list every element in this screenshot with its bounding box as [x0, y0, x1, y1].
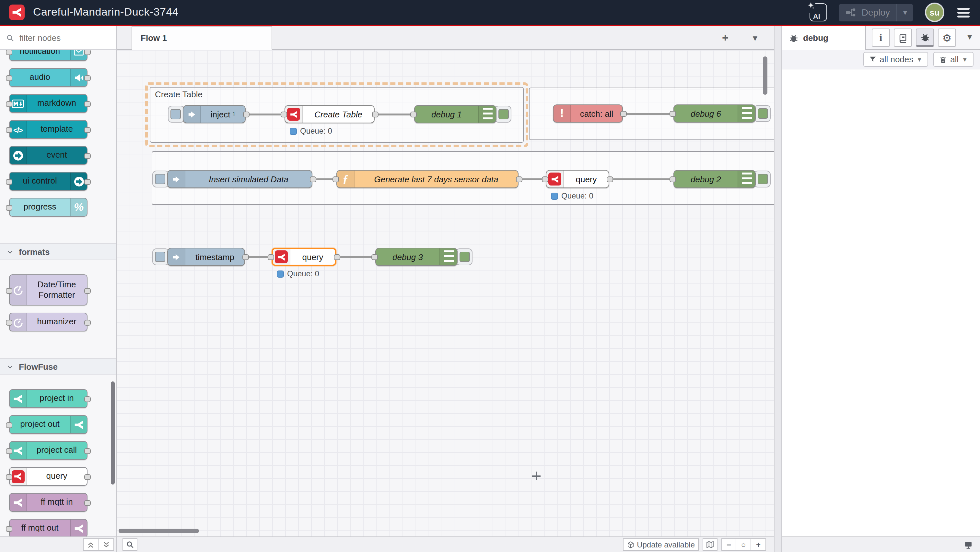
deploy-options-caret[interactable]: ▼	[896, 3, 913, 21]
debug-clear-button[interactable]: all ▼	[933, 52, 974, 67]
debug-filter-button[interactable]: all nodes ▼	[863, 52, 928, 67]
node-debug-2[interactable]: debug 2	[673, 170, 756, 188]
wire[interactable]	[248, 256, 268, 258]
user-avatar[interactable]: su	[925, 3, 944, 22]
palette-category-flowfuse[interactable]: FlowFuse	[0, 358, 116, 375]
port-input[interactable]	[6, 320, 12, 325]
node-inject-1[interactable]: inject ¹	[183, 105, 246, 123]
port-input[interactable]	[6, 448, 12, 454]
debug-toggle-button[interactable]	[758, 174, 768, 184]
palette-node-project-call[interactable]: project call	[9, 441, 88, 460]
sidebar-tab-debug-button[interactable]	[916, 29, 934, 47]
port-input[interactable]	[670, 111, 676, 116]
port-input[interactable]	[268, 254, 274, 260]
port-input[interactable]	[6, 50, 12, 55]
palette-node-markdown[interactable]: markdown	[9, 94, 88, 113]
palette-node-progress[interactable]: progress%	[9, 198, 88, 217]
port-input[interactable]	[6, 288, 12, 294]
palette-node-audio[interactable]: audio	[9, 68, 88, 87]
palette-filter-input[interactable]	[18, 32, 101, 43]
palette-node-list[interactable]: notificationaudiomarkdown</>templateeven…	[0, 50, 116, 536]
toggle-navigator-button[interactable]	[703, 538, 718, 551]
port-output[interactable]	[243, 111, 250, 117]
port-output[interactable]	[84, 448, 91, 454]
debug-toggle-button[interactable]	[758, 108, 768, 119]
flow-list-caret[interactable]: ▼	[747, 30, 764, 46]
port-input[interactable]	[670, 176, 676, 182]
port-output[interactable]	[310, 176, 316, 182]
inject-button[interactable]	[170, 109, 181, 120]
deploy-button[interactable]: Deploy ▼	[839, 3, 913, 21]
sidebar-tab-info[interactable]: i	[872, 29, 890, 47]
port-input[interactable]	[6, 422, 12, 428]
node-insert-simulated-data[interactable]: Insert simulated Data	[167, 170, 312, 188]
ai-assistant-button[interactable]: AI	[810, 3, 827, 21]
wire[interactable]	[626, 113, 670, 115]
sidebar-tab-config[interactable]: ⚙	[938, 29, 956, 47]
palette-node-event[interactable]: event	[9, 146, 88, 165]
port-input[interactable]	[6, 179, 12, 185]
port-input[interactable]	[6, 101, 12, 107]
port-input[interactable]	[6, 75, 12, 81]
port-output[interactable]	[84, 153, 91, 159]
port-output[interactable]	[84, 75, 91, 81]
palette-node-template[interactable]: </>template	[9, 120, 88, 139]
flowfuse-logo-icon[interactable]	[9, 5, 25, 20]
port-output[interactable]	[84, 320, 91, 325]
port-output[interactable]	[84, 127, 91, 133]
flow-canvas[interactable]: Create Table inject ¹ Create TableQueue:…	[117, 50, 774, 536]
update-available-button[interactable]: Update available	[622, 538, 699, 551]
port-output[interactable]	[84, 50, 91, 55]
tab-flow-1[interactable]: Flow 1	[132, 26, 272, 50]
canvas-vertical-scrollbar[interactable]	[763, 56, 767, 95]
port-output[interactable]	[620, 111, 627, 116]
port-output[interactable]	[84, 288, 91, 294]
port-output[interactable]	[334, 254, 340, 260]
port-output[interactable]	[607, 176, 613, 182]
palette-node-ui-control[interactable]: ui control	[9, 172, 88, 191]
port-output[interactable]	[84, 500, 91, 506]
wire[interactable]	[522, 178, 542, 180]
node-debug-3[interactable]: debug 3	[375, 248, 458, 266]
port-input[interactable]	[542, 176, 548, 182]
palette-scrollbar[interactable]	[111, 381, 115, 485]
sidebar-tabs-caret[interactable]: ▼	[966, 32, 974, 41]
wire[interactable]	[340, 256, 372, 258]
node-generate-sensor-data[interactable]: ƒGenerate last 7 days sensor data	[336, 170, 519, 188]
port-input[interactable]	[6, 205, 12, 211]
open-in-window-button[interactable]	[961, 538, 976, 551]
inject-button[interactable]	[155, 252, 165, 262]
port-output[interactable]	[516, 176, 522, 182]
palette-collapse-all-button[interactable]	[83, 538, 99, 551]
palette-node-ff-mqtt-out[interactable]: ff mqtt out	[9, 519, 88, 536]
palette-expand-all-button[interactable]	[99, 538, 114, 551]
sidebar-tab-debug[interactable]: debug	[782, 26, 866, 50]
palette-node-humanizer[interactable]: humanizer	[9, 313, 88, 332]
palette-node-project-in[interactable]: project in	[9, 389, 88, 408]
port-output[interactable]	[84, 101, 91, 107]
port-input[interactable]	[281, 111, 287, 117]
port-input[interactable]	[6, 526, 12, 532]
port-input[interactable]	[371, 254, 378, 260]
inject-button[interactable]	[155, 174, 165, 184]
sidebar-splitter[interactable]	[774, 26, 782, 552]
zoom-reset-button[interactable]: ○	[736, 538, 751, 551]
palette-node-ff-mqtt-in[interactable]: ff mqtt in	[9, 493, 88, 512]
canvas-search-button[interactable]	[123, 538, 137, 551]
palette-category-formats[interactable]: formats	[0, 243, 116, 260]
node-debug-6[interactable]: debug 6	[673, 104, 756, 123]
palette-node-notification[interactable]: notification	[9, 50, 88, 61]
port-input[interactable]	[6, 127, 12, 133]
wire[interactable]	[249, 113, 281, 115]
port-output[interactable]	[84, 179, 91, 185]
port-output[interactable]	[84, 474, 91, 480]
node-timestamp[interactable]: timestamp	[167, 248, 245, 266]
port-output[interactable]	[372, 111, 379, 117]
node-catch-all[interactable]: !catch: all	[553, 104, 623, 123]
port-input[interactable]	[332, 176, 339, 182]
debug-message-list[interactable]	[782, 69, 980, 536]
node-create-table[interactable]: Create Table	[285, 105, 375, 123]
port-input[interactable]	[410, 111, 417, 117]
palette-node-datetime-formatter[interactable]: Date/Time Formatter	[9, 274, 88, 306]
port-output[interactable]	[242, 254, 249, 260]
